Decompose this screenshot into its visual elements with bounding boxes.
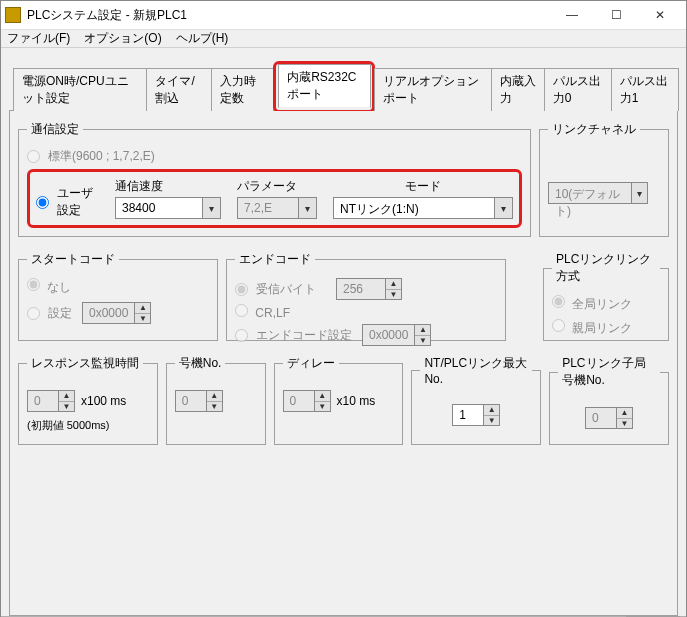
end-code-legend: エンドコード [235,251,315,268]
response-time-group: レスポンス監視時間 0 ▲▼ x100 ms (初期値 5000ms) [18,355,158,445]
end-set-input [235,329,248,342]
menu-options[interactable]: オプション(O) [84,30,161,47]
speed-label: 通信速度 [115,178,221,195]
spin-down-icon: ▼ [617,419,632,429]
maximize-button[interactable]: ☐ [594,1,638,29]
radio-user[interactable]: ユーザ設定 [36,185,99,219]
response-value: 0 [28,391,58,411]
menu-file[interactable]: ファイル(F) [7,30,70,47]
end-crlf-input [235,304,248,317]
spin-up-icon: ▲ [386,279,401,290]
delay-group: ディレー 0 ▲▼ x10 ms [274,355,404,445]
plc-master-label: 親局リンク [572,321,632,335]
tab-strip: 電源ON時/CPUユニット設定 タイマ/割込 入力時定数 内蔵RS232Cポート… [9,58,678,111]
end-set-value: 0x0000 [363,325,414,345]
start-code-group: スタートコード なし 設定 0x0000 ▲▼ [18,251,218,341]
response-note: (初期値 5000ms) [27,418,149,433]
radio-standard-label: 標準(9600 ; 1,7,2,E) [48,148,155,165]
plc-master-input [552,319,565,332]
speed-value: 38400 [116,198,202,218]
tab-pulse0[interactable]: パルス出力0 [544,68,612,111]
delay-legend: ディレー [283,355,339,372]
spin-down-icon: ▼ [415,336,430,346]
spin-up-icon: ▲ [315,391,330,402]
radio-user-input[interactable] [36,196,49,209]
chevron-down-icon [631,183,647,203]
plc-slave-no-legend: PLCリンク子局号機No. [558,355,660,389]
spin-down-icon: ▼ [315,402,330,412]
tab-pulse1[interactable]: パルス出力1 [611,68,679,111]
end-recv-input [235,283,248,296]
speed-combo[interactable]: 38400 [115,197,221,219]
unit-no-legend: 号機No. [175,355,226,372]
start-none-label: なし [47,280,71,294]
highlight-box: ユーザ設定 通信速度 38400 パラメータ [27,169,522,228]
spin-down-icon: ▼ [59,402,74,412]
spin-up-icon: ▲ [135,303,150,314]
end-recv-radio: 受信バイト [235,281,316,298]
menubar: ファイル(F) オプション(O) ヘルプ(H) [1,30,686,48]
spin-down-icon: ▼ [207,402,222,412]
plc-slave-value: 0 [586,408,616,428]
mode-value: NTリンク(1:N) [334,198,494,218]
app-icon [5,7,21,23]
plc-link-mode-legend: PLCリンクリンク方式 [552,251,660,285]
tab-timer[interactable]: タイマ/割込 [146,68,212,111]
unit-no-value: 0 [176,391,206,411]
response-spin: 0 ▲▼ [27,390,75,412]
start-set-label: 設定 [48,305,72,322]
start-set-input [27,307,40,320]
tab-input-const[interactable]: 入力時定数 [211,68,274,111]
plc-slave-spin: 0 ▲▼ [585,407,633,429]
end-set-label: エンドコード設定 [256,327,352,344]
chevron-down-icon [298,198,316,218]
end-recv-label: 受信バイト [256,281,316,298]
radio-standard-input[interactable] [27,150,40,163]
end-code-group: エンドコード 受信バイト 256 ▲▼ CR,LF [226,251,506,341]
link-channel-group: リンクチャネル 10(デフォルト) [539,121,669,237]
end-set-radio: エンドコード設定 [235,327,352,344]
delay-unit: x10 ms [337,394,376,408]
plc-all-input [552,295,565,308]
tab-builtin-input[interactable]: 内蔵入力 [491,68,545,111]
end-crlf-radio: CR,LF [235,304,497,320]
tab-rs232c[interactable]: 内蔵RS232Cポート [278,64,371,108]
link-channel-legend: リンクチャネル [548,121,640,138]
end-recv-spin: 256 ▲▼ [336,278,402,300]
spin-up-icon[interactable]: ▲ [484,405,499,416]
spin-down-icon[interactable]: ▼ [484,416,499,426]
ntplc-max-spin[interactable]: 1 ▲▼ [452,404,500,426]
response-unit: x100 ms [81,394,126,408]
window-title: PLCシステム設定 - 新規PLC1 [27,7,550,24]
plc-all-radio: 全局リンク [552,295,660,313]
start-set-radio: 設定 [27,305,72,322]
close-button[interactable]: ✕ [638,1,682,29]
delay-value: 0 [284,391,314,411]
mode-combo[interactable]: NTリンク(1:N) [333,197,513,219]
start-none-radio: なし [27,278,209,296]
mode-label: モード [333,178,513,195]
minimize-button[interactable]: — [550,1,594,29]
link-channel-value: 10(デフォルト) [549,183,631,203]
spin-down-icon: ▼ [386,290,401,300]
plc-master-radio: 親局リンク [552,319,660,337]
spin-up-icon: ▲ [59,391,74,402]
param-combo: 7,2,E [237,197,317,219]
menu-help[interactable]: ヘルプ(H) [176,30,229,47]
delay-spin: 0 ▲▼ [283,390,331,412]
radio-standard[interactable]: 標準(9600 ; 1,7,2,E) [27,148,155,165]
tab-highlight: 内蔵RS232Cポート [273,61,375,113]
spin-down-icon: ▼ [135,314,150,324]
plc-slave-no-group: PLCリンク子局号機No. 0 ▲▼ [549,355,669,445]
chevron-down-icon[interactable] [202,198,220,218]
tab-serial-option[interactable]: リアルオプションポート [374,68,491,111]
unit-no-spin: 0 ▲▼ [175,390,223,412]
tab-power-cpu[interactable]: 電源ON時/CPUユニット設定 [13,68,147,111]
start-code-legend: スタートコード [27,251,119,268]
ntplc-max-value: 1 [453,405,483,425]
radio-user-label: ユーザ設定 [57,185,99,219]
plc-link-mode-group: PLCリンクリンク方式 全局リンク 親局リンク [543,251,669,341]
end-set-spin: 0x0000 ▲▼ [362,324,431,346]
chevron-down-icon[interactable] [494,198,512,218]
param-value: 7,2,E [238,198,298,218]
